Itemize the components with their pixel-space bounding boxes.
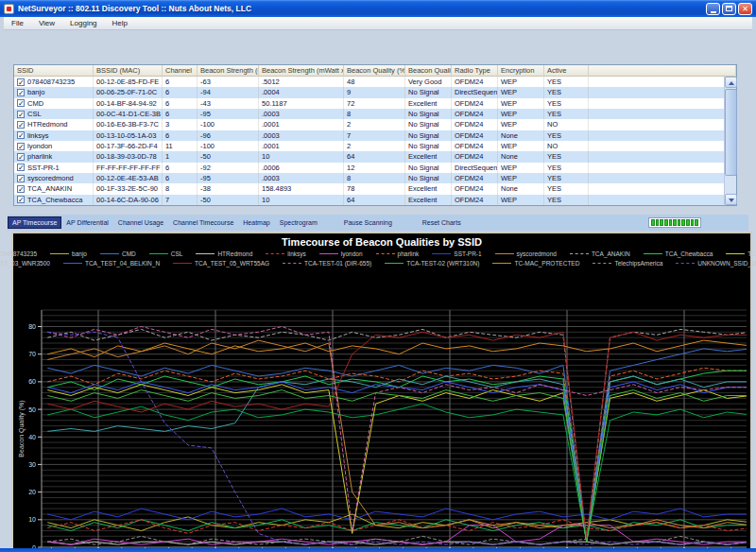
cell-active: YES: [544, 173, 589, 183]
legend-label: TCA_TEST_03_WNR3500: [0, 260, 50, 267]
row-checkbox[interactable]: ✓: [17, 164, 25, 171]
cell-mwatt: .0003: [259, 173, 344, 183]
cell-bssid: 00-14-BF-84-94-92: [94, 98, 163, 109]
table-row[interactable]: ✓SST-PR-1FF-FF-FF-FF-FF-FF6-92.000612No …: [14, 163, 724, 173]
cell-dbm: -94: [198, 87, 259, 97]
cell-channel: 8: [163, 183, 198, 194]
legend-label: TC-MAC_PROTECTED: [514, 260, 579, 267]
scrollbar-thumb[interactable]: [725, 89, 737, 176]
column-header-mwatt[interactable]: Beacon Strength (mWatt x 10^-6): [259, 65, 344, 77]
table-row[interactable]: ✓banjo00-06-25-0F-71-0C6-94.00049No Sign…: [14, 87, 724, 97]
menu-logging[interactable]: Logging: [62, 18, 104, 28]
table-row[interactable]: ✓pharlink00-18-39-03-0D-781-501064Excell…: [14, 151, 724, 162]
row-checkbox[interactable]: ✓: [17, 78, 25, 86]
legend-item: TCA_CHUKHA: [726, 250, 756, 257]
cell-ssid: ✓banjo: [14, 87, 94, 97]
legend-line-swatch: [376, 253, 395, 254]
legend-line-swatch: [196, 253, 215, 254]
column-header-quality_pct[interactable]: Beacon Quality (%): [344, 65, 405, 77]
scroll-down-button[interactable]: [725, 194, 737, 205]
pause-scanning-button[interactable]: Pause Scanning: [339, 216, 397, 229]
legend-line-swatch: [50, 253, 69, 254]
tab-channel-usage[interactable]: Channel Usage: [113, 216, 168, 229]
menu-view[interactable]: View: [31, 18, 62, 28]
cell-bssid: 00-13-10-05-1A-03: [94, 130, 163, 141]
tab-ap-differential[interactable]: AP Differential: [61, 216, 113, 229]
column-header-channel[interactable]: Channel: [163, 65, 198, 77]
legend-label: pharlink: [398, 250, 420, 257]
table-scrollbar[interactable]: [724, 77, 736, 205]
cell-radio: OFDM24: [452, 141, 498, 151]
led-segment: [656, 219, 660, 226]
row-checkbox[interactable]: ✓: [17, 111, 25, 118]
title-bar[interactable]: NetSurveyor :: 802.11 Discovery Tool :: …: [0, 0, 756, 17]
column-header-ssid[interactable]: SSID: [14, 65, 94, 77]
scroll-up-button[interactable]: [725, 77, 737, 88]
row-checkbox[interactable]: ✓: [17, 131, 25, 139]
table-row[interactable]: ✓TCA_ANAKIN00-1F-33-2E-5C-908-38158.4893…: [14, 183, 724, 194]
cell-encryption: WEP: [498, 109, 544, 119]
cell-quality: Excellent: [405, 183, 452, 194]
column-header-bssid[interactable]: BSSID (MAC): [94, 65, 163, 77]
tab-ap-timecourse[interactable]: AP Timecourse: [8, 216, 61, 229]
minimize-button[interactable]: [706, 3, 720, 15]
table-row[interactable]: ✓CSL00-0C-41-D1-CE-3B6-95.00038No Signal…: [14, 109, 724, 119]
legend-item: TelechipsAmerica: [593, 260, 662, 267]
table-row[interactable]: ✓HTRedmond00-16-E6-3B-F3-7C3-100.00012No…: [14, 119, 724, 129]
menu-help[interactable]: Help: [105, 18, 135, 28]
row-checkbox[interactable]: ✓: [17, 143, 25, 150]
cell-ssid: ✓pharlink: [14, 151, 94, 162]
maximize-button[interactable]: [722, 3, 736, 15]
row-checkbox[interactable]: ✓: [17, 153, 25, 161]
row-checkbox[interactable]: ✓: [17, 89, 25, 96]
legend-label: TCA-TEST-01 (DIR-655): [304, 260, 371, 267]
tab-spectrogram[interactable]: Spectrogram: [275, 216, 322, 229]
cell-encryption: WEP: [498, 173, 544, 183]
row-checkbox[interactable]: ✓: [17, 99, 25, 107]
row-checkbox[interactable]: ✓: [17, 175, 25, 182]
table-row[interactable]: ✓CMD00-14-BF-84-94-926-4350.118772Excell…: [14, 98, 724, 109]
cell-quality_pct: 9: [344, 87, 405, 97]
close-button[interactable]: ✕: [738, 3, 752, 15]
tab-heatmap[interactable]: Heatmap: [238, 216, 274, 229]
cell-active: YES: [544, 195, 589, 205]
cell-encryption: None: [498, 183, 544, 194]
legend-line-swatch: [149, 253, 168, 254]
window-border-bottom: [0, 548, 756, 552]
cell-bssid: 00-18-39-03-0D-78: [94, 151, 163, 162]
column-header-encryption[interactable]: Encryption: [498, 65, 544, 77]
cell-active: YES: [544, 87, 589, 97]
row-checkbox[interactable]: ✓: [17, 121, 25, 129]
table-row[interactable]: ✓TCA_Chewbacca00-14-6C-DA-90-067-501064E…: [14, 195, 724, 205]
legend-item: TCA_TEST_05_WRT55AG: [173, 260, 269, 267]
table-row[interactable]: ✓07840874323500-12-0E-85-FD-FE6-63.50124…: [14, 77, 724, 87]
menu-file[interactable]: File: [4, 18, 31, 28]
legend-line-swatch: [283, 263, 301, 264]
cell-quality: Excellent: [405, 98, 452, 109]
cell-quality: No Signal: [405, 163, 452, 173]
led-segment: [695, 219, 698, 226]
column-header-quality[interactable]: Beacon Quality: [405, 65, 452, 77]
cell-mwatt: .0003: [259, 130, 344, 141]
svg-text:40: 40: [28, 434, 36, 440]
maximize-icon: [726, 6, 732, 11]
reset-charts-button[interactable]: Reset Charts: [418, 216, 466, 229]
column-header-active[interactable]: Active: [544, 65, 589, 77]
column-header-dbm[interactable]: Beacon Strength (dBm): [198, 65, 259, 77]
cell-bssid: 00-12-0E-4E-53-AB: [94, 173, 163, 183]
led-segment: [678, 219, 681, 226]
legend-item: UNKNOWN_SSID_16-AF-A8-CB-EA-EA: [676, 260, 756, 267]
cell-mwatt: .5012: [259, 77, 344, 87]
legend-label: TCA_TEST_05_WRT55AG: [195, 260, 269, 267]
legend-item: TCA-TEST-02 (WRT310N): [385, 260, 479, 267]
legend-line-swatch: [432, 253, 451, 254]
legend-item: TCA_TEST_04_BELKIN_N: [63, 260, 160, 267]
row-checkbox[interactable]: ✓: [17, 185, 25, 193]
table-row[interactable]: ✓lyondon00-17-3F-66-2D-F411-100.00012No …: [14, 141, 724, 151]
legend-item: 078408743235: [0, 250, 37, 257]
row-checkbox[interactable]: ✓: [17, 196, 25, 203]
table-row[interactable]: ✓syscoredmond00-12-0E-4E-53-AB6-95.00038…: [14, 173, 724, 183]
column-header-radio[interactable]: Radio Type: [452, 65, 498, 77]
tab-channel-timecourse[interactable]: Channel Timecourse: [168, 216, 238, 229]
table-row[interactable]: ✓linksys00-13-10-05-1A-036-96.00037No Si…: [14, 130, 724, 141]
